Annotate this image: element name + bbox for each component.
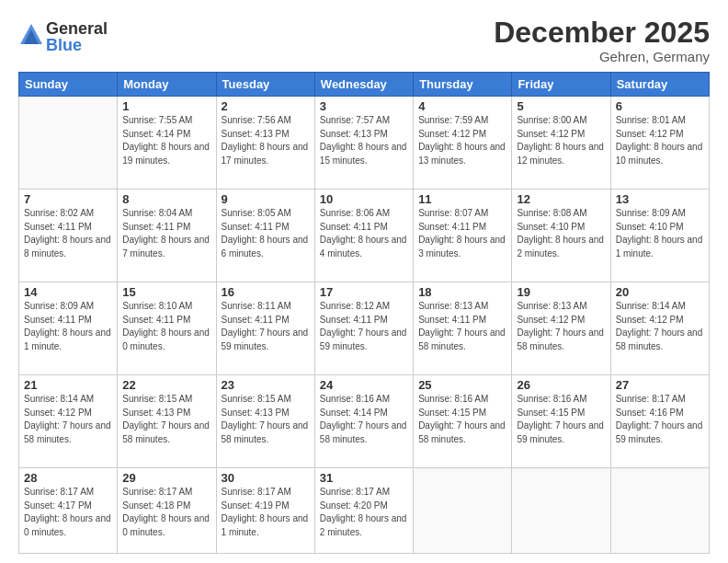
calendar-cell: [414, 468, 512, 554]
calendar-cell: 15Sunrise: 8:10 AMSunset: 4:11 PMDayligh…: [118, 282, 216, 375]
calendar-cell: 1Sunrise: 7:55 AMSunset: 4:14 PMDaylight…: [118, 97, 216, 190]
calendar-cell: 6Sunrise: 8:01 AMSunset: 4:12 PMDaylight…: [610, 97, 709, 190]
calendar-cell: 28Sunrise: 8:17 AMSunset: 4:17 PMDayligh…: [19, 468, 118, 554]
day-detail: Sunrise: 8:13 AMSunset: 4:11 PMDaylight:…: [418, 300, 506, 353]
day-number: 8: [122, 192, 210, 206]
day-detail: Sunrise: 8:00 AMSunset: 4:12 PMDaylight:…: [517, 114, 605, 167]
day-detail: Sunrise: 8:06 AMSunset: 4:11 PMDaylight:…: [320, 207, 408, 260]
calendar-cell: 7Sunrise: 8:02 AMSunset: 4:11 PMDaylight…: [19, 190, 118, 282]
day-detail: Sunrise: 8:09 AMSunset: 4:10 PMDaylight:…: [616, 207, 704, 260]
day-detail: Sunrise: 7:55 AMSunset: 4:14 PMDaylight:…: [122, 114, 210, 167]
logo-icon: [18, 22, 44, 48]
calendar-cell: 14Sunrise: 8:09 AMSunset: 4:11 PMDayligh…: [19, 282, 118, 375]
calendar-cell: 16Sunrise: 8:11 AMSunset: 4:11 PMDayligh…: [216, 282, 314, 375]
day-detail: Sunrise: 8:17 AMSunset: 4:17 PMDaylight:…: [24, 486, 112, 539]
calendar-body: 1Sunrise: 7:55 AMSunset: 4:14 PMDaylight…: [19, 97, 710, 554]
weekday-header: Friday: [512, 73, 610, 97]
day-detail: Sunrise: 7:57 AMSunset: 4:13 PMDaylight:…: [320, 114, 408, 167]
day-number: 17: [320, 285, 408, 299]
calendar-cell: 8Sunrise: 8:04 AMSunset: 4:11 PMDaylight…: [118, 190, 216, 282]
day-detail: Sunrise: 8:10 AMSunset: 4:11 PMDaylight:…: [122, 300, 210, 353]
calendar-cell: 17Sunrise: 8:12 AMSunset: 4:11 PMDayligh…: [314, 282, 413, 375]
calendar-cell: 25Sunrise: 8:16 AMSunset: 4:15 PMDayligh…: [414, 375, 512, 468]
day-detail: Sunrise: 8:05 AMSunset: 4:11 PMDaylight:…: [222, 207, 310, 260]
day-number: 19: [517, 285, 605, 299]
calendar-cell: [512, 468, 610, 554]
calendar-week-row: 7Sunrise: 8:02 AMSunset: 4:11 PMDaylight…: [19, 190, 710, 282]
weekday-header-row: SundayMondayTuesdayWednesdayThursdayFrid…: [19, 73, 710, 97]
day-number: 11: [418, 192, 506, 206]
calendar-cell: 26Sunrise: 8:16 AMSunset: 4:15 PMDayligh…: [512, 375, 610, 468]
calendar-cell: 3Sunrise: 7:57 AMSunset: 4:13 PMDaylight…: [314, 97, 413, 190]
day-number: 26: [517, 378, 605, 392]
day-detail: Sunrise: 8:16 AMSunset: 4:15 PMDaylight:…: [517, 393, 605, 446]
calendar-cell: 19Sunrise: 8:13 AMSunset: 4:12 PMDayligh…: [512, 282, 610, 375]
day-detail: Sunrise: 7:56 AMSunset: 4:13 PMDaylight:…: [222, 114, 310, 167]
calendar-week-row: 21Sunrise: 8:14 AMSunset: 4:12 PMDayligh…: [19, 375, 710, 468]
day-number: 6: [616, 99, 704, 113]
calendar-cell: 2Sunrise: 7:56 AMSunset: 4:13 PMDaylight…: [216, 97, 314, 190]
calendar-cell: [19, 97, 118, 190]
calendar-cell: 22Sunrise: 8:15 AMSunset: 4:13 PMDayligh…: [118, 375, 216, 468]
day-detail: Sunrise: 8:09 AMSunset: 4:11 PMDaylight:…: [24, 300, 112, 353]
calendar-week-row: 14Sunrise: 8:09 AMSunset: 4:11 PMDayligh…: [19, 282, 710, 375]
logo: General Blue: [18, 20, 108, 53]
day-detail: Sunrise: 8:11 AMSunset: 4:11 PMDaylight:…: [222, 300, 310, 353]
calendar-cell: 10Sunrise: 8:06 AMSunset: 4:11 PMDayligh…: [314, 190, 413, 282]
calendar-cell: 4Sunrise: 7:59 AMSunset: 4:12 PMDaylight…: [414, 97, 512, 190]
calendar-cell: 21Sunrise: 8:14 AMSunset: 4:12 PMDayligh…: [19, 375, 118, 468]
day-detail: Sunrise: 8:17 AMSunset: 4:20 PMDaylight:…: [320, 486, 408, 539]
calendar-week-row: 1Sunrise: 7:55 AMSunset: 4:14 PMDaylight…: [19, 97, 710, 190]
day-number: 14: [24, 285, 112, 299]
calendar: SundayMondayTuesdayWednesdayThursdayFrid…: [18, 72, 710, 554]
calendar-cell: 24Sunrise: 8:16 AMSunset: 4:14 PMDayligh…: [314, 375, 413, 468]
day-detail: Sunrise: 8:08 AMSunset: 4:10 PMDaylight:…: [517, 207, 605, 260]
page: General Blue December 2025 Gehren, Germa…: [0, 0, 728, 563]
day-detail: Sunrise: 7:59 AMSunset: 4:12 PMDaylight:…: [418, 114, 506, 167]
day-number: 7: [24, 192, 112, 206]
calendar-cell: 31Sunrise: 8:17 AMSunset: 4:20 PMDayligh…: [314, 468, 413, 554]
day-detail: Sunrise: 8:04 AMSunset: 4:11 PMDaylight:…: [122, 207, 210, 260]
day-detail: Sunrise: 8:15 AMSunset: 4:13 PMDaylight:…: [222, 393, 310, 446]
day-number: 24: [320, 378, 408, 392]
day-number: 5: [517, 99, 605, 113]
day-number: 23: [222, 378, 310, 392]
day-detail: Sunrise: 8:15 AMSunset: 4:13 PMDaylight:…: [122, 393, 210, 446]
day-number: 21: [24, 378, 112, 392]
day-detail: Sunrise: 8:14 AMSunset: 4:12 PMDaylight:…: [24, 393, 112, 446]
location: Gehren, Germany: [494, 49, 710, 64]
day-number: 2: [222, 99, 310, 113]
day-detail: Sunrise: 8:16 AMSunset: 4:14 PMDaylight:…: [320, 393, 408, 446]
day-number: 25: [418, 378, 506, 392]
day-number: 18: [418, 285, 506, 299]
month-title: December 2025: [494, 17, 710, 49]
day-detail: Sunrise: 8:17 AMSunset: 4:19 PMDaylight:…: [222, 486, 310, 539]
calendar-cell: 13Sunrise: 8:09 AMSunset: 4:10 PMDayligh…: [610, 190, 709, 282]
day-detail: Sunrise: 8:02 AMSunset: 4:11 PMDaylight:…: [24, 207, 112, 260]
day-detail: Sunrise: 8:07 AMSunset: 4:11 PMDaylight:…: [418, 207, 506, 260]
day-number: 20: [616, 285, 704, 299]
day-number: 4: [418, 99, 506, 113]
weekday-header: Thursday: [414, 73, 512, 97]
day-detail: Sunrise: 8:01 AMSunset: 4:12 PMDaylight:…: [616, 114, 704, 167]
day-number: 15: [122, 285, 210, 299]
day-number: 30: [222, 471, 310, 485]
day-number: 22: [122, 378, 210, 392]
day-detail: Sunrise: 8:12 AMSunset: 4:11 PMDaylight:…: [320, 300, 408, 353]
day-number: 13: [616, 192, 704, 206]
day-number: 31: [320, 471, 408, 485]
calendar-week-row: 28Sunrise: 8:17 AMSunset: 4:17 PMDayligh…: [19, 468, 710, 554]
logo-text: General Blue: [46, 20, 108, 53]
day-number: 10: [320, 192, 408, 206]
day-number: 27: [616, 378, 704, 392]
header: General Blue December 2025 Gehren, Germa…: [18, 17, 710, 64]
calendar-cell: 12Sunrise: 8:08 AMSunset: 4:10 PMDayligh…: [512, 190, 610, 282]
day-detail: Sunrise: 8:14 AMSunset: 4:12 PMDaylight:…: [616, 300, 704, 353]
calendar-cell: 30Sunrise: 8:17 AMSunset: 4:19 PMDayligh…: [216, 468, 314, 554]
calendar-cell: 27Sunrise: 8:17 AMSunset: 4:16 PMDayligh…: [610, 375, 709, 468]
day-number: 28: [24, 471, 112, 485]
day-detail: Sunrise: 8:17 AMSunset: 4:16 PMDaylight:…: [616, 393, 704, 446]
day-number: 9: [222, 192, 310, 206]
calendar-cell: [610, 468, 709, 554]
day-detail: Sunrise: 8:13 AMSunset: 4:12 PMDaylight:…: [517, 300, 605, 353]
